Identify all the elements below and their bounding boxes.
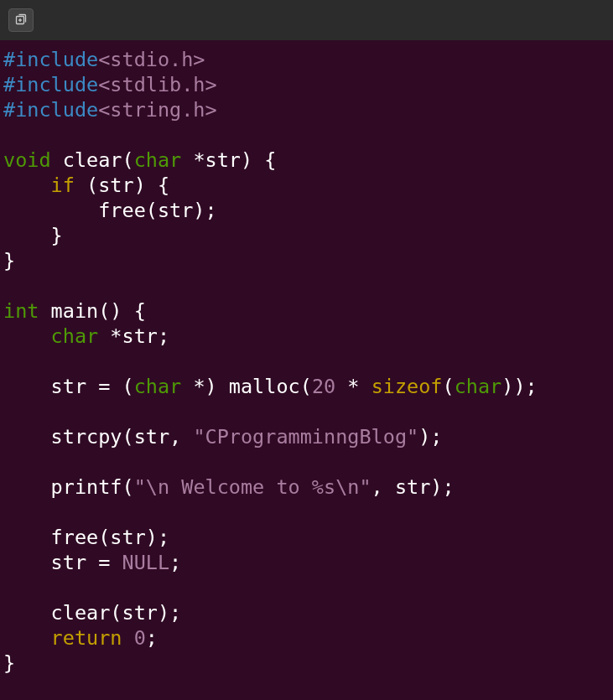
token-string: "\n Welcome to %s\n" xyxy=(134,475,371,499)
token-plain: printf( xyxy=(3,475,134,499)
token-keyword-yellow: return xyxy=(51,626,122,650)
token-preproc: #include xyxy=(3,73,98,96)
token-header: <stdio.h> xyxy=(98,48,205,71)
code-line: #include<stdio.h> xyxy=(3,47,610,72)
code-line: void clear(char *str) { xyxy=(3,148,610,173)
token-plain: *str) { xyxy=(181,148,276,172)
token-plain: } xyxy=(3,249,15,272)
token-plain: main() { xyxy=(39,299,145,323)
token-plain: str = ( xyxy=(3,375,134,398)
token-plain: , str); xyxy=(371,475,455,499)
code-line xyxy=(3,399,610,424)
token-plain: str = xyxy=(3,551,122,574)
code-line xyxy=(3,500,610,525)
code-line: int main() { xyxy=(3,298,610,324)
token-type: char xyxy=(134,148,182,172)
token-type: char xyxy=(134,375,182,398)
code-line: printf("\n Welcome to %s\n", str); xyxy=(3,474,610,500)
code-line: if (str) { xyxy=(3,173,610,198)
token-plain: clear(str); xyxy=(3,601,181,625)
token-plain: } xyxy=(3,651,15,675)
code-editor[interactable]: #include<stdio.h>#include<stdlib.h>#incl… xyxy=(0,40,613,682)
code-line: #include<string.h> xyxy=(3,97,610,122)
token-plain: ; xyxy=(146,626,158,650)
token-type: char xyxy=(51,324,99,348)
token-plain xyxy=(3,174,51,197)
token-plain xyxy=(3,626,51,650)
code-line: clear(str); xyxy=(3,600,610,625)
code-line: } xyxy=(3,651,610,676)
token-plain: clear( xyxy=(51,148,134,172)
token-plain: free(str); xyxy=(3,526,169,549)
code-line: } xyxy=(3,223,610,248)
code-line: str = NULL; xyxy=(3,550,610,575)
token-plain xyxy=(122,626,133,650)
token-plain: *) malloc( xyxy=(181,375,312,398)
code-line xyxy=(3,575,610,600)
code-line: char *str; xyxy=(3,324,610,349)
token-type: void xyxy=(3,148,51,172)
token-type: char xyxy=(455,375,502,398)
code-line: return 0; xyxy=(3,625,610,651)
code-line xyxy=(3,273,610,298)
new-tab-button[interactable] xyxy=(8,8,34,32)
token-number: 0 xyxy=(134,626,146,650)
token-plain xyxy=(3,324,51,348)
token-plain: *str; xyxy=(98,324,169,348)
token-plain: ( xyxy=(443,375,455,398)
token-preproc: #include xyxy=(3,98,98,122)
token-keyword-yellow: sizeof xyxy=(371,375,443,398)
code-line xyxy=(3,449,610,474)
code-line: free(str); xyxy=(3,525,610,550)
token-plain: ; xyxy=(169,551,181,574)
token-number: 20 xyxy=(312,375,335,398)
code-line: str = (char *) malloc(20 * sizeof(char))… xyxy=(3,374,610,399)
token-plain: )); xyxy=(501,375,537,398)
token-null: NULL xyxy=(122,551,169,574)
token-header: <string.h> xyxy=(98,98,216,122)
titlebar xyxy=(0,0,613,40)
code-line: #include<stdlib.h> xyxy=(3,72,610,97)
token-plain: * xyxy=(335,375,371,398)
code-line xyxy=(3,349,610,374)
token-plain: } xyxy=(3,224,63,247)
code-line xyxy=(3,122,610,148)
code-line: strcpy(str, "CProgramminngBlog"); xyxy=(3,424,610,449)
code-line: free(str); xyxy=(3,198,610,223)
token-plain: free(str); xyxy=(3,199,217,222)
token-string: "CProgramminngBlog" xyxy=(193,425,418,449)
code-line: } xyxy=(3,248,610,273)
token-keyword-yellow: if xyxy=(51,174,75,197)
token-plain: strcpy(str, xyxy=(3,425,193,449)
token-header: <stdlib.h> xyxy=(98,73,216,96)
token-preproc: #include xyxy=(3,48,98,71)
token-plain: ); xyxy=(418,425,442,449)
token-plain: (str) { xyxy=(75,174,169,197)
token-type: int xyxy=(3,299,39,323)
new-tab-icon xyxy=(14,13,28,27)
